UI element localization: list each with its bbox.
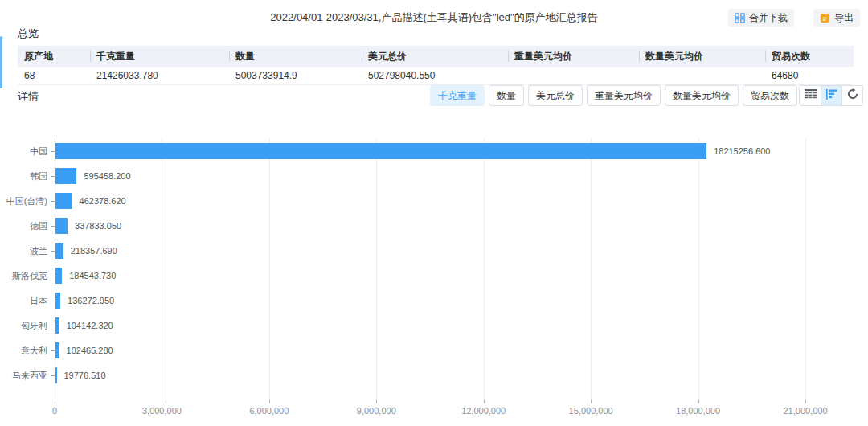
bar-value-label: 184543.730: [69, 268, 116, 284]
bar-chart-view-button[interactable]: [821, 86, 841, 105]
origin-bar-chart: 03,000,0006,000,0009,000,00012,000,00015…: [0, 113, 868, 422]
view-switch-group: [799, 85, 863, 106]
gridline: [698, 138, 699, 399]
category-label: 斯洛伐克: [12, 270, 47, 282]
bar-匈牙利[interactable]: [55, 317, 59, 334]
bar-value-label: 19776.510: [64, 367, 106, 383]
bar-斯洛伐克[interactable]: [55, 268, 62, 284]
bar-日本[interactable]: [55, 293, 60, 309]
bar-马来西亚[interactable]: [55, 367, 57, 383]
bar-value-label: 104142.320: [67, 317, 113, 334]
gridline: [484, 138, 485, 399]
y-axis-tick: [51, 251, 55, 252]
details-section-label: 详情: [18, 89, 39, 104]
merge-icon: [735, 13, 745, 23]
overview-table: 原产地千克重量数量美元总价重量美元均价数量美元均价贸易次数 6821426033…: [18, 46, 854, 85]
category-label: 德国: [30, 220, 47, 232]
metric-tab-数量美元均价[interactable]: 数量美元均价: [665, 85, 739, 106]
bar-value-label: 18215256.600: [714, 143, 770, 159]
x-axis-tick: [805, 399, 806, 403]
overview-table-row: 6821426033.7805003733914.9502798040.5506…: [18, 67, 854, 85]
bar-value-label: 218357.690: [71, 243, 117, 259]
y-axis-tick: [51, 226, 55, 227]
bar-中国(台湾)[interactable]: [55, 193, 72, 209]
overview-table-header: 原产地千克重量数量美元总价重量美元均价数量美元均价贸易次数: [18, 46, 854, 67]
x-axis-tick-label: 15,000,000: [569, 406, 613, 416]
y-axis-tick: [51, 201, 55, 202]
bar-value-label: 136272.950: [68, 293, 114, 309]
overview-section-label: 总览: [18, 27, 39, 41]
category-label: 韩国: [30, 170, 47, 182]
x-axis-tick-label: 18,000,000: [676, 406, 720, 416]
category-label: 马来西亚: [12, 370, 47, 382]
y-axis-tick: [51, 375, 55, 376]
category-label: 中国(台湾): [6, 195, 47, 207]
overview-column-header: 原产地: [18, 46, 90, 67]
left-scrollbar-thumb[interactable]: [0, 36, 2, 88]
refresh-icon: [847, 88, 858, 103]
gridline: [591, 138, 592, 399]
y-axis-tick: [51, 151, 55, 152]
overview-table-cell: 64680: [765, 70, 854, 81]
metric-tab-重量美元均价[interactable]: 重量美元均价: [587, 85, 661, 106]
merge-download-button[interactable]: 合并下载: [728, 9, 794, 27]
header-actions: 合并下载 导出: [728, 9, 860, 27]
bar-波兰[interactable]: [55, 243, 63, 259]
overview-column-header: 数量: [229, 46, 362, 67]
x-axis-tick: [376, 399, 377, 403]
category-label: 匈牙利: [21, 320, 47, 332]
metric-tab-千克重量[interactable]: 千克重量: [430, 85, 485, 106]
x-axis-tick-label: 21,000,000: [783, 406, 827, 416]
category-label: 波兰: [30, 245, 47, 257]
overview-table-cell: 21426033.780: [90, 70, 229, 81]
table-view-icon: [805, 88, 817, 103]
overview-column-header: 贸易次数: [765, 46, 854, 67]
x-axis-tick: [591, 399, 592, 403]
detail-metric-tabs: 千克重量数量美元总价重量美元均价数量美元均价贸易次数: [430, 85, 797, 106]
x-axis-tick: [698, 399, 699, 403]
x-axis-tick: [162, 399, 162, 403]
export-button[interactable]: 导出: [813, 9, 860, 27]
y-axis-tick: [51, 326, 55, 326]
metric-tab-贸易次数[interactable]: 贸易次数: [743, 85, 797, 106]
gridline: [269, 138, 270, 399]
category-label: 日本: [30, 295, 47, 307]
bar-value-label: 337833.050: [75, 218, 121, 234]
export-label: 导出: [834, 11, 854, 25]
refresh-button[interactable]: [841, 86, 862, 105]
y-axis-tick: [51, 176, 55, 177]
overview-table-cell: 68: [18, 70, 90, 81]
overview-column-header: 千克重量: [90, 46, 229, 67]
bar-中国[interactable]: [55, 143, 706, 159]
bar-意大利[interactable]: [55, 342, 59, 358]
x-axis-tick-label: 12,000,000: [461, 406, 506, 416]
overview-table-cell: 5003733914.9: [229, 70, 362, 81]
bar-value-label: 462378.620: [80, 193, 126, 209]
y-axis-tick: [51, 276, 55, 276]
bar-德国[interactable]: [55, 218, 68, 234]
overview-column-header: 重量美元均价: [508, 46, 639, 67]
x-axis-tick-label: 9,000,000: [357, 406, 396, 416]
overview-column-header: 美元总价: [362, 46, 508, 67]
merge-download-label: 合并下载: [749, 11, 788, 25]
x-axis-tick: [484, 399, 485, 403]
bar-value-label: 595458.200: [84, 168, 130, 184]
overview-table-body: 6821426033.7805003733914.9502798040.5506…: [18, 67, 854, 85]
bar-value-label: 102465.280: [67, 342, 113, 358]
table-view-button[interactable]: [800, 86, 821, 105]
gridline: [805, 138, 806, 399]
gridline: [162, 138, 162, 399]
overview-column-header: 数量美元均价: [639, 46, 765, 67]
x-axis-tick-label: 6,000,000: [249, 406, 289, 416]
metric-tab-美元总价[interactable]: 美元总价: [528, 85, 583, 106]
y-axis-tick: [51, 350, 55, 351]
x-axis-tick-label: 3,000,000: [142, 406, 182, 416]
metric-tab-数量[interactable]: 数量: [489, 85, 524, 106]
x-axis-tick-label: 0: [52, 406, 57, 416]
bar-chart-view-icon: [826, 88, 837, 103]
report-page: 2022/04/01-2023/03/31,产品描述(土耳其语)包含"led"的…: [0, 0, 868, 426]
bar-韩国[interactable]: [55, 168, 76, 184]
y-axis-tick: [51, 301, 55, 301]
category-label: 中国: [30, 145, 47, 158]
export-file-icon: [820, 13, 830, 23]
